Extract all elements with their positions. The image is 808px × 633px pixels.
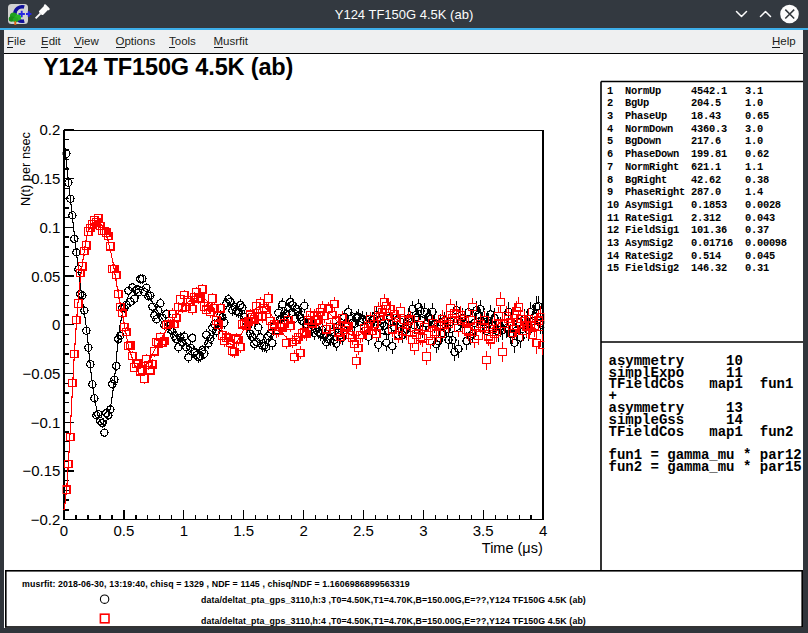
- svg-text:0.2: 0.2: [40, 121, 61, 138]
- svg-text:0.5: 0.5: [113, 522, 134, 539]
- svg-text:−0.1: −0.1: [31, 414, 61, 431]
- svg-text:0.15: 0.15: [31, 170, 60, 187]
- svg-text:2: 2: [299, 522, 307, 539]
- svg-text:0: 0: [60, 522, 68, 539]
- svg-text:Time (μs): Time (μs): [482, 540, 543, 556]
- svg-text:−0.2: −0.2: [31, 511, 61, 528]
- svg-text:1: 1: [180, 522, 188, 539]
- svg-text:2.5: 2.5: [353, 522, 374, 539]
- svg-text:4: 4: [539, 522, 547, 539]
- svg-text:−0.05: −0.05: [22, 365, 60, 382]
- svg-text:3: 3: [419, 522, 427, 539]
- svg-text:1.5: 1.5: [233, 522, 254, 539]
- svg-text:0.1: 0.1: [40, 219, 61, 236]
- svg-text:0.05: 0.05: [31, 268, 60, 285]
- svg-text:N(t) per nsec: N(t) per nsec: [18, 131, 33, 206]
- svg-text:−0.15: −0.15: [22, 462, 60, 479]
- svg-text:0: 0: [52, 316, 60, 333]
- svg-text:3.5: 3.5: [473, 522, 494, 539]
